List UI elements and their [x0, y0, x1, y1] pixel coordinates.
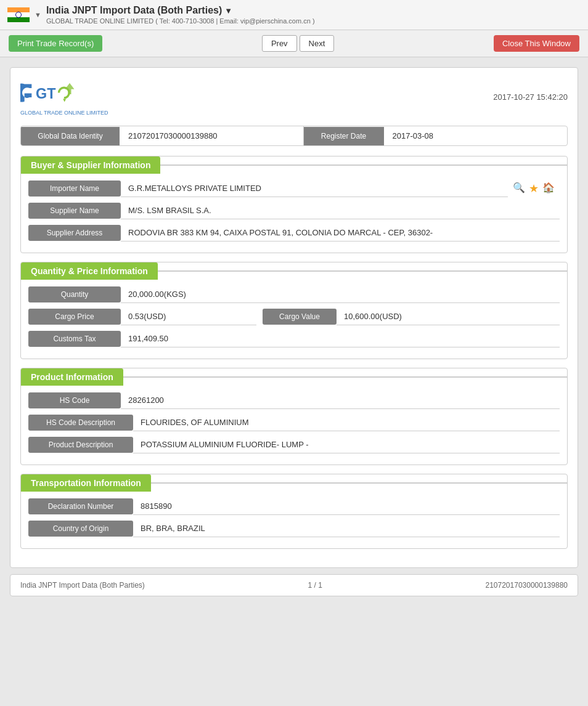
home-icon[interactable]: 🏠	[542, 182, 555, 195]
quantity-price-section: Quantity & Price Information Quantity 20…	[20, 262, 568, 359]
quantity-value: 20,000.00(KGS)	[121, 286, 560, 303]
record-datetime: 2017-10-27 15:42:20	[493, 92, 568, 102]
cargo-value-value: 10,600.00(USD)	[337, 308, 560, 325]
buyer-supplier-body: Importer Name G.R.METALLOYS PRIVATE LIMI…	[21, 174, 567, 253]
buyer-supplier-section: Buyer & Supplier Information Importer Na…	[20, 156, 568, 253]
register-date-label: Register Date	[304, 127, 384, 145]
register-date-value: 2017-03-08	[384, 126, 568, 145]
declaration-row: Declaration Number 8815890	[28, 498, 560, 515]
next-button[interactable]: Next	[300, 35, 335, 52]
cargo-value-label: Cargo Value	[263, 309, 337, 325]
customs-tax-row: Customs Tax 191,409.50	[28, 330, 560, 347]
hs-desc-row: HS Code Description FLOURIDES, OF ALUMIN…	[28, 414, 560, 431]
transportation-body: Declaration Number 8815890 Country of Or…	[21, 492, 567, 548]
global-data-identity-label: Global Data Identity	[21, 127, 120, 145]
product-desc-label: Product Description	[28, 437, 133, 453]
logo-text: GLOBAL TRADE ONLINE LIMITED	[20, 110, 108, 116]
customs-tax-value: 191,409.50	[121, 330, 560, 347]
importer-row: Importer Name G.R.METALLOYS PRIVATE LIMI…	[28, 180, 560, 197]
address-label: Supplier Address	[28, 225, 121, 241]
cargo-price-value: 0.53(USD)	[121, 308, 256, 325]
buyer-supplier-title: Buyer & Supplier Information	[21, 156, 160, 174]
importer-label: Importer Name	[28, 181, 121, 197]
hs-desc-label: HS Code Description	[28, 415, 133, 431]
country-value: BR, BRA, BRAZIL	[133, 520, 560, 537]
identity-row: Global Data Identity 2107201703000013988…	[20, 126, 568, 146]
toolbar-left: Print Trade Record(s)	[9, 35, 102, 52]
record-footer: India JNPT Import Data (Both Parties) 1 …	[10, 574, 578, 596]
hs-code-label: HS Code	[28, 392, 121, 408]
footer-page-info: 1 / 1	[308, 581, 322, 590]
close-button[interactable]: Close This Window	[494, 35, 579, 52]
declaration-value: 8815890	[133, 498, 560, 515]
hs-code-value: 28261200	[121, 392, 560, 409]
cargo-price-row: Cargo Price 0.53(USD) Cargo Value 10,600…	[28, 308, 560, 325]
header-title-block: India JNPT Import Data (Both Parties) ▼ …	[46, 5, 315, 25]
header-dropdown-arrow[interactable]: ▼	[35, 11, 41, 18]
footer-identity: 21072017030000139880	[486, 581, 568, 590]
quantity-price-body: Quantity 20,000.00(KGS) Cargo Price 0.53…	[21, 280, 567, 359]
quantity-row: Quantity 20,000.00(KGS)	[28, 286, 560, 303]
transportation-title-bar: Transportation Information	[21, 474, 567, 492]
address-value: RODOVIA BR 383 KM 94, CAIXA POSTAL 91, C…	[121, 224, 560, 241]
title-dropdown-arrow[interactable]: ▼	[224, 6, 232, 15]
supplier-value: M/S. LSM BRASIL S.A.	[121, 202, 560, 219]
importer-icons: 🔍 ★ 🏠	[508, 182, 560, 195]
global-data-identity-value: 21072017030000139880	[120, 126, 304, 145]
prev-button[interactable]: Prev	[262, 35, 297, 52]
country-label: Country of Origin	[28, 521, 133, 537]
toolbar-right: Close This Window	[494, 35, 579, 52]
product-title-bar: Product Information	[21, 368, 567, 386]
search-icon[interactable]: 🔍	[513, 182, 525, 195]
declaration-label: Declaration Number	[28, 498, 133, 514]
record-header: GT GLOBAL TRADE ONLINE LIMITED 2017-10-2…	[20, 78, 568, 116]
logo-area: GT GLOBAL TRADE ONLINE LIMITED	[20, 78, 108, 116]
gto-logo: GT	[20, 78, 82, 108]
quantity-price-title: Quantity & Price Information	[21, 262, 158, 280]
product-body: HS Code 28261200 HS Code Description FLO…	[21, 386, 567, 465]
page-title: India JNPT Import Data (Both Parties)	[46, 5, 222, 16]
cargo-price-label: Cargo Price	[28, 309, 121, 325]
quantity-label: Quantity	[28, 286, 121, 302]
product-desc-row: Product Description POTASSIUM ALUMINIUM …	[28, 436, 560, 453]
address-row: Supplier Address RODOVIA BR 383 KM 94, C…	[28, 224, 560, 241]
header-subtitle: GLOBAL TRADE ONLINE LIMITED ( Tel: 400-7…	[46, 17, 315, 25]
product-title: Product Information	[21, 368, 123, 386]
hs-desc-value: FLOURIDES, OF ALUMINIUM	[133, 414, 560, 431]
supplier-label: Supplier Name	[28, 203, 121, 219]
footer-record-title: India JNPT Import Data (Both Parties)	[20, 581, 145, 590]
star-icon[interactable]: ★	[529, 182, 539, 195]
flag-india	[7, 7, 30, 22]
customs-tax-label: Customs Tax	[28, 331, 121, 347]
record-card: GT GLOBAL TRADE ONLINE LIMITED 2017-10-2…	[10, 67, 578, 568]
country-row: Country of Origin BR, BRA, BRAZIL	[28, 520, 560, 537]
buyer-supplier-title-bar: Buyer & Supplier Information	[21, 156, 567, 174]
supplier-row: Supplier Name M/S. LSM BRASIL S.A.	[28, 202, 560, 219]
product-section: Product Information HS Code 28261200 HS …	[20, 368, 568, 465]
importer-value: G.R.METALLOYS PRIVATE LIMITED	[121, 180, 508, 197]
product-desc-value: POTASSIUM ALUMINIUM FLUORIDE- LUMP -	[133, 436, 560, 453]
toolbar: Print Trade Record(s) Prev Next Close Th…	[0, 30, 588, 57]
svg-marker-1	[63, 99, 66, 102]
main-content: GT GLOBAL TRADE ONLINE LIMITED 2017-10-2…	[0, 57, 588, 612]
quantity-price-title-bar: Quantity & Price Information	[21, 262, 567, 280]
print-button[interactable]: Print Trade Record(s)	[9, 35, 102, 52]
transportation-title: Transportation Information	[21, 474, 151, 492]
hs-code-row: HS Code 28261200	[28, 392, 560, 409]
svg-text:GT: GT	[36, 86, 55, 102]
top-header: ▼ India JNPT Import Data (Both Parties) …	[0, 0, 588, 30]
transportation-section: Transportation Information Declaration N…	[20, 474, 568, 549]
toolbar-center: Prev Next	[262, 35, 334, 52]
